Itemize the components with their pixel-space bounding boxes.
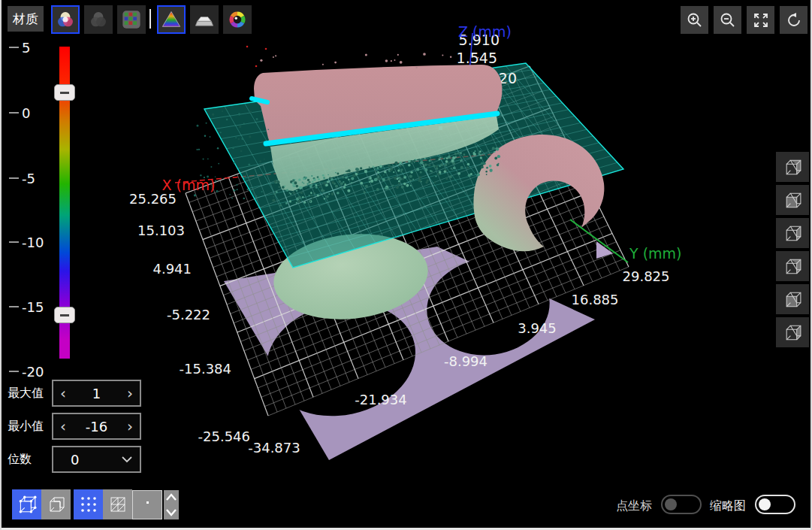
gray-pyramid-icon xyxy=(194,9,215,30)
view-cube-icon xyxy=(783,323,803,343)
rgb-circles-icon xyxy=(55,9,76,30)
gray-circles-icon xyxy=(88,9,109,30)
z-tick-1: 1.545 xyxy=(457,50,497,66)
digits-dropdown[interactable]: 0 xyxy=(52,446,141,473)
zoom-out-icon xyxy=(719,11,737,29)
svg-text:3.945: 3.945 xyxy=(518,320,557,336)
rainbow-pyramid-icon xyxy=(161,9,182,30)
zoom-out-button[interactable] xyxy=(714,6,741,34)
fit-view-button[interactable] xyxy=(747,6,774,34)
max-value-stepper[interactable]: ‹ 1 › xyxy=(52,380,141,407)
digits-label: 位数 xyxy=(8,452,50,468)
view-front-button[interactable] xyxy=(776,185,809,215)
cube-icon xyxy=(47,495,66,514)
increment-icon[interactable]: › xyxy=(127,419,133,434)
svg-text:-21.934: -21.934 xyxy=(355,392,406,407)
chevron-down-icon xyxy=(121,456,133,463)
thumbnail-label: 缩略图 xyxy=(710,498,746,514)
chevron-down-icon[interactable] xyxy=(165,508,177,516)
max-value-label: 最大值 xyxy=(8,386,50,401)
view-cube-icon xyxy=(783,256,803,277)
refresh-button[interactable] xyxy=(780,6,807,34)
view-left-button[interactable] xyxy=(776,251,809,281)
gray-pyramid-button[interactable] xyxy=(190,5,219,34)
min-value: -16 xyxy=(66,419,127,435)
toggle-knob xyxy=(665,498,677,510)
svg-text:16.885: 16.885 xyxy=(572,292,619,307)
svg-text:29.825: 29.825 xyxy=(623,268,670,284)
view-cube-icon xyxy=(783,289,803,310)
decrement-icon[interactable]: ‹ xyxy=(60,386,66,401)
zoom-in-button[interactable] xyxy=(681,6,708,34)
toggle-knob xyxy=(759,498,771,510)
toolbar-separator xyxy=(149,9,151,29)
max-value: 1 xyxy=(66,386,127,401)
rainbow-pyramid-button[interactable] xyxy=(157,5,186,34)
svg-text:4.941: 4.941 xyxy=(152,261,192,277)
bayer-grid-icon xyxy=(121,9,142,30)
digits-value: 0 xyxy=(60,452,121,468)
point-coord-label: 点坐标 xyxy=(616,498,652,514)
refresh-icon xyxy=(785,11,803,29)
svg-text:-8.994: -8.994 xyxy=(444,353,488,369)
colorbar-max-handle[interactable] xyxy=(54,84,75,101)
increment-icon[interactable]: › xyxy=(127,386,133,401)
svg-text:-5.222: -5.222 xyxy=(167,307,210,323)
view-top-button[interactable] xyxy=(776,218,809,248)
y-axis-label: Y (mm) xyxy=(629,245,682,262)
view-cube-icon xyxy=(783,190,803,210)
fit-view-icon xyxy=(752,11,770,29)
point-coord-toggle[interactable] xyxy=(661,495,702,514)
chevron-up-icon[interactable] xyxy=(165,493,177,501)
zoom-in-icon xyxy=(686,11,704,29)
point-size-stepper[interactable] xyxy=(164,490,179,519)
bayer-grid-button[interactable] xyxy=(117,5,146,34)
svg-text:-15.384: -15.384 xyxy=(180,361,231,377)
dots-grid-button[interactable] xyxy=(74,489,103,519)
point-size-preview[interactable] xyxy=(132,490,162,519)
view-back-button[interactable] xyxy=(776,317,809,347)
min-value-stepper[interactable]: ‹ -16 › xyxy=(52,413,141,440)
min-value-label: 最小值 xyxy=(8,419,50,435)
point-size-dot xyxy=(146,501,149,504)
svg-text:15.103: 15.103 xyxy=(137,223,185,238)
decrement-icon[interactable]: ‹ xyxy=(60,419,66,434)
color-wheel-button[interactable] xyxy=(223,5,252,34)
thumbnail-toggle[interactable] xyxy=(755,495,795,514)
view-cube-icon xyxy=(783,157,803,177)
material-button[interactable]: 材质 xyxy=(8,6,44,32)
view-cube-icon xyxy=(783,223,803,244)
dots-grid-icon xyxy=(79,495,98,514)
z-axis-label: Z (mm) xyxy=(458,23,512,40)
svg-text:-25.546: -25.546 xyxy=(198,429,250,444)
point-cloud-viewer-window: 5.910 1.545 -2.820 X (mm) Y (mm) Z (mm) … xyxy=(0,0,812,530)
svg-text:25.265: 25.265 xyxy=(129,191,177,207)
show-solid-button[interactable] xyxy=(41,489,71,519)
rgb-circles-button[interactable] xyxy=(51,5,80,34)
mesh-grid-icon xyxy=(108,495,128,514)
color-wheel-icon xyxy=(227,9,248,30)
mesh-grid-button[interactable] xyxy=(103,489,132,519)
show-points-button[interactable] xyxy=(12,489,41,519)
view-bottom-button[interactable] xyxy=(776,284,809,314)
svg-text:-34.873: -34.873 xyxy=(248,440,300,456)
view-right-button[interactable] xyxy=(776,152,809,182)
gray-circles-button[interactable] xyxy=(84,5,113,34)
colorbar-min-handle[interactable] xyxy=(54,307,75,323)
cube-points-icon xyxy=(17,494,38,515)
